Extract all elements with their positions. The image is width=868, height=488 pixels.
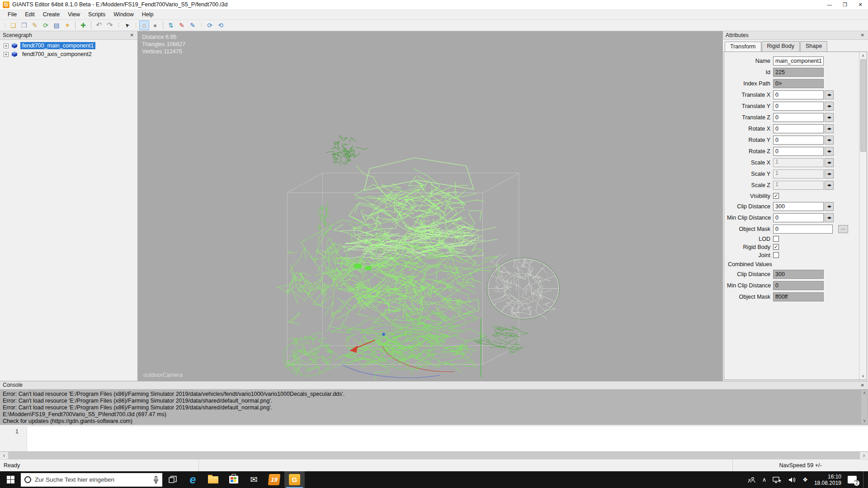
visibility-checkbox[interactable]: ✓ (773, 193, 779, 199)
export-icon[interactable]: ✶ (62, 20, 72, 30)
scroll-down-icon[interactable]: ∨ (860, 372, 867, 380)
start-button[interactable] (0, 471, 21, 488)
tree-item-label[interactable]: fendt700_main_component1 (20, 42, 95, 49)
spinner-buttons[interactable]: ◀▶ (825, 202, 834, 211)
terrain-sculpt-icon[interactable]: ✎ (177, 20, 187, 30)
clip-distance-input[interactable] (773, 202, 824, 211)
show-desktop-button[interactable] (863, 471, 865, 488)
redo-icon[interactable]: ↷ (105, 20, 115, 30)
volume-icon[interactable] (788, 476, 796, 483)
tab-rigid-body[interactable]: Rigid Body (762, 41, 800, 52)
clock[interactable]: 16:10 18.08.2019 (814, 474, 841, 486)
tab-transform[interactable]: Transform (725, 42, 761, 52)
console-scrollbar[interactable]: ∧ ∨ (861, 390, 868, 424)
spinner-buttons[interactable]: ◀▶ (825, 124, 834, 133)
undo-icon[interactable]: ↶ (94, 20, 104, 30)
console-close-icon[interactable]: ✕ (860, 383, 865, 388)
viewport-3d[interactable]: Distance 6.95 Triangles 106627 Vertices … (138, 31, 722, 381)
spinner-buttons[interactable]: ◀▶ (825, 102, 834, 111)
taskbar-mail[interactable]: ✉ (244, 471, 264, 488)
reload-scripts-icon[interactable]: ⟲ (216, 20, 226, 30)
taskbar-edge[interactable]: e (183, 471, 203, 488)
scroll-right-icon[interactable]: › (860, 452, 868, 460)
spinner-buttons[interactable]: ◀▶ (825, 136, 834, 145)
frame-selection-icon[interactable]: ⌂ (139, 20, 149, 30)
menu-view[interactable]: View (64, 10, 84, 19)
object-mask-browse-button[interactable]: ... (838, 225, 848, 233)
scroll-up-icon[interactable]: ∧ (860, 52, 867, 59)
tab-shape[interactable]: Shape (800, 41, 827, 52)
attributes-close-icon[interactable]: ✕ (860, 33, 865, 38)
new-scene-icon[interactable]: ❑ (8, 20, 18, 30)
minimize-button[interactable]: — (822, 0, 837, 9)
windows-logo-icon (7, 476, 14, 483)
spinner-buttons[interactable]: ◀▶ (825, 213, 834, 222)
people-icon[interactable] (748, 476, 756, 483)
spinner-buttons[interactable]: ◀▶ (825, 158, 834, 167)
scroll-down-icon[interactable]: ∨ (861, 418, 868, 424)
close-button[interactable]: ✕ (853, 0, 868, 9)
import-icon[interactable]: ✚ (78, 20, 88, 30)
terrain-paint-icon[interactable]: ✎ (188, 20, 198, 30)
rotate-x-input[interactable] (773, 124, 824, 133)
attributes-scrollbar[interactable]: ∧ ∨ (859, 52, 867, 380)
taskbar-giants-editor[interactable]: G (284, 471, 305, 488)
menu-file[interactable]: File (4, 10, 21, 19)
save-as-icon[interactable]: ✎ (30, 20, 40, 30)
translate-z-input[interactable] (773, 113, 824, 122)
script-horizontal-scrollbar[interactable]: ‹ › (0, 451, 868, 460)
task-view-button[interactable] (162, 471, 183, 488)
microphone-icon[interactable] (153, 476, 159, 484)
spinner-buttons[interactable]: ◀▶ (825, 113, 834, 122)
menu-edit[interactable]: Edit (21, 10, 39, 19)
taskbar-fs19[interactable]: 19 (264, 471, 284, 488)
expand-icon[interactable]: + (4, 43, 9, 48)
rotate-z-input[interactable] (773, 147, 824, 156)
tray-expand-chevron-icon[interactable]: ∧ (762, 476, 767, 483)
spinner-buttons[interactable]: ◀▶ (825, 90, 834, 99)
dropbox-icon[interactable]: ❖ (802, 476, 808, 483)
rotate-y-input[interactable] (773, 136, 824, 145)
search-input[interactable] (35, 476, 150, 483)
translate-y-input[interactable] (773, 102, 824, 111)
tree-row-axis-component[interactable]: + fendt700_axis_component2 (0, 50, 137, 59)
expand-icon[interactable]: + (4, 52, 9, 57)
reload-file-icon[interactable]: ⟳ (41, 20, 51, 30)
reload-shaders-icon[interactable]: ⟳ (205, 20, 215, 30)
taskbar-search[interactable] (21, 473, 162, 487)
scenegraph-close-icon[interactable]: ✕ (129, 33, 135, 38)
scroll-left-icon[interactable]: ‹ (0, 452, 8, 460)
camera-tool-icon[interactable]: ● (150, 20, 160, 30)
lod-checkbox[interactable] (773, 236, 779, 242)
scrollbar-thumb[interactable] (860, 59, 866, 152)
tree-row-main-component[interactable]: + fendt700_main_component1 (0, 42, 137, 50)
open-file-icon[interactable]: ❒ (19, 20, 29, 30)
name-input[interactable] (773, 56, 824, 66)
spinner-buttons[interactable]: ◀▶ (825, 169, 834, 178)
select-tool-icon[interactable]: ➤ (120, 18, 134, 32)
rigid-body-checkbox[interactable]: ✓ (773, 244, 779, 250)
scrollbar-track[interactable] (8, 452, 860, 460)
field-label: Clip Distance (727, 271, 773, 277)
scenegraph-title: Scenegraph (3, 32, 32, 38)
translate-x-input[interactable] (773, 90, 824, 99)
joint-checkbox[interactable] (773, 252, 779, 258)
spinner-buttons[interactable]: ◀▶ (825, 147, 834, 156)
taskbar-file-explorer[interactable] (203, 471, 223, 488)
menu-scripts[interactable]: Scripts (84, 10, 109, 19)
network-icon[interactable] (773, 476, 782, 483)
menu-window[interactable]: Window (109, 10, 137, 19)
object-mask-input[interactable] (773, 225, 833, 234)
tree-item-label[interactable]: fendt700_axis_component2 (20, 51, 94, 58)
spinner-buttons[interactable]: ◀▶ (825, 181, 834, 190)
taskbar-store[interactable] (223, 471, 244, 488)
maximize-button[interactable]: ❐ (837, 0, 853, 9)
menu-create[interactable]: Create (39, 10, 64, 19)
menu-help[interactable]: Help (138, 10, 158, 19)
scroll-up-icon[interactable]: ∧ (861, 390, 868, 396)
min-clip-distance-input[interactable] (773, 213, 824, 222)
script-input-area[interactable] (27, 427, 868, 451)
save-icon[interactable]: ▤ (52, 20, 61, 30)
interactive-placement-icon[interactable]: ⇅ (166, 20, 176, 30)
action-center-icon[interactable]: 2 (848, 476, 857, 483)
